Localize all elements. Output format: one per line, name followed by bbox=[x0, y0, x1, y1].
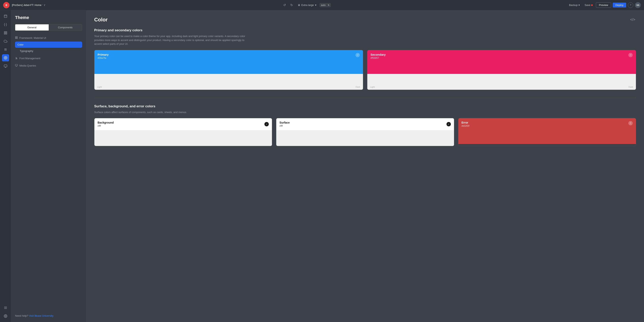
sidebar-item-functions[interactable] bbox=[2, 46, 9, 53]
sidebar-section-media: Media Queries bbox=[15, 62, 82, 69]
background-card-bottom bbox=[94, 130, 272, 146]
font-management-header[interactable]: Font Management bbox=[15, 55, 82, 62]
sidebar-item-layers[interactable] bbox=[2, 304, 9, 311]
sidebar-item-pages[interactable] bbox=[2, 13, 9, 20]
section-divider bbox=[94, 98, 636, 98]
sidebar-section-framework: Framework: Material UI Color Typography bbox=[15, 35, 82, 54]
icon-bar: {·} bbox=[0, 10, 11, 322]
nav-item-typography[interactable]: Typography bbox=[15, 48, 82, 54]
sidebar-item-layout[interactable] bbox=[2, 29, 9, 37]
sidebar-item-responsive[interactable] bbox=[2, 63, 9, 70]
background-card-top: Background #fff ✓ bbox=[94, 118, 272, 130]
help-link[interactable]: Visit 8base University bbox=[29, 314, 54, 317]
svg-rect-3 bbox=[4, 33, 5, 34]
code-toggle-button[interactable]: </> bbox=[629, 17, 636, 23]
auto-value: auto bbox=[321, 4, 326, 7]
auto-input[interactable]: auto ⇅ bbox=[320, 3, 331, 7]
help-text: Need help? bbox=[15, 314, 28, 317]
preview-button[interactable]: Preview bbox=[596, 2, 611, 8]
error-color-card[interactable]: Error #d32f2f ! bbox=[458, 118, 636, 146]
main-layout: {·} Theme General Components bbox=[0, 10, 644, 322]
media-queries-header[interactable]: Media Queries bbox=[15, 62, 82, 69]
redo-button[interactable]: ↻ bbox=[289, 2, 294, 8]
project-name: [ProServ] Jebel-FT: Home bbox=[12, 4, 42, 7]
svg-point-7 bbox=[5, 57, 6, 58]
content-header: Color </> bbox=[94, 17, 636, 23]
svg-rect-17 bbox=[15, 64, 18, 66]
framework-grid-icon bbox=[15, 36, 18, 40]
topbar: 8 [ProServ] Jebel-FT: Home ^ / ↺ ↻ 🖥 Ext… bbox=[0, 0, 644, 10]
deploy-button[interactable]: Deploy bbox=[613, 3, 626, 8]
primary-card-bottom: Light Dark bbox=[94, 74, 363, 90]
sidebar-item-settings[interactable] bbox=[2, 312, 9, 320]
nav-item-color[interactable]: Color bbox=[15, 42, 82, 48]
device-label: Extra large bbox=[302, 4, 314, 7]
color-item-label: Color bbox=[18, 43, 24, 46]
chevron-down-icon: ▾ bbox=[315, 4, 316, 7]
primary-card-name: Primary bbox=[98, 53, 109, 56]
svg-rect-8 bbox=[4, 65, 7, 67]
surface-card-check-icon: ✓ bbox=[446, 122, 451, 126]
sidebar-item-components[interactable]: {·} bbox=[2, 21, 9, 28]
undo-button[interactable]: ↺ bbox=[282, 2, 287, 8]
page-title: Color bbox=[94, 17, 108, 23]
components-icon: {·} bbox=[4, 23, 7, 26]
media-queries-label: Media Queries bbox=[20, 64, 36, 67]
secondary-card-hex: #f50057 bbox=[370, 57, 386, 59]
background-color-card[interactable]: Background #fff ✓ bbox=[94, 118, 272, 146]
primary-card-check-icon: ✓ bbox=[356, 53, 360, 57]
surface-card-info: Surface #fff bbox=[280, 121, 290, 127]
primary-color-card[interactable]: Primary #09a7fa ✓ Light Dark bbox=[94, 50, 363, 90]
tab-general[interactable]: General bbox=[15, 24, 49, 31]
framework-label: Framework: Material UI bbox=[20, 37, 46, 40]
tab-components[interactable]: Components bbox=[49, 24, 82, 31]
backup-label: Backup bbox=[569, 4, 578, 7]
secondary-dark-label: Dark bbox=[502, 86, 633, 88]
color-cards-row: Primary #09a7fa ✓ Light Dark Secondary bbox=[94, 50, 636, 90]
error-card-name: Error bbox=[462, 121, 470, 124]
sidebar-footer: Need help? Visit 8base University bbox=[15, 314, 82, 317]
surface-card-top: Surface #fff ✓ bbox=[276, 118, 454, 130]
topbar-center: ↺ ↻ 🖥 Extra large ▾ auto ⇅ bbox=[47, 2, 565, 8]
svg-rect-4 bbox=[6, 33, 7, 34]
svg-point-6 bbox=[4, 57, 7, 59]
secondary-card-bottom: Light Dark bbox=[367, 74, 636, 90]
sidebar-section-font: Font Management bbox=[15, 55, 82, 62]
error-card-hex: #d32f2f bbox=[462, 125, 470, 127]
primary-card-info: Primary #09a7fa bbox=[98, 53, 109, 59]
secondary-color-card[interactable]: Secondary #f50057 ✓ Light Dark bbox=[367, 50, 636, 90]
backup-button[interactable]: Backup ▾ bbox=[568, 3, 581, 7]
background-card-info: Background #fff bbox=[98, 121, 114, 127]
media-icon bbox=[15, 64, 18, 67]
sidebar-item-theme[interactable] bbox=[2, 54, 9, 61]
error-card-info: Error #d32f2f bbox=[462, 121, 470, 127]
user-avatar: SS bbox=[635, 2, 641, 8]
framework-header[interactable]: Framework: Material UI bbox=[15, 35, 82, 41]
svg-point-12 bbox=[5, 316, 6, 317]
svg-rect-14 bbox=[16, 37, 18, 38]
primary-light-label: Light bbox=[97, 86, 228, 88]
save-button[interactable]: Save bbox=[583, 3, 594, 7]
app-logo: 8 bbox=[3, 2, 10, 8]
topbar-title: [ProServ] Jebel-FT: Home ^ / bbox=[12, 4, 45, 7]
secondary-color-swatch: Secondary #f50057 ✓ bbox=[367, 50, 636, 74]
sidebar-item-cloud[interactable] bbox=[2, 38, 9, 45]
device-selector-button[interactable]: 🖥 Extra large ▾ bbox=[296, 3, 318, 7]
surface-section-desc: Surface colors affect surfaces of compon… bbox=[94, 110, 248, 114]
save-label: Save bbox=[585, 4, 590, 7]
surface-color-card[interactable]: Surface #fff ✓ bbox=[276, 118, 454, 146]
primary-secondary-section: Primary and secondary colors Your primar… bbox=[94, 28, 636, 90]
sidebar: Theme General Components Framework: Mate… bbox=[11, 10, 86, 322]
help-button[interactable]: ? bbox=[628, 2, 633, 8]
background-card-check-icon: ✓ bbox=[264, 122, 269, 126]
error-card-warn-icon: ! bbox=[628, 121, 633, 125]
surface-card-bottom bbox=[276, 130, 454, 146]
surface-cards-row: Background #fff ✓ Surface #fff ✓ bbox=[94, 118, 636, 146]
surface-card-name: Surface bbox=[280, 121, 290, 124]
font-management-label: Font Management bbox=[20, 57, 40, 60]
primary-section-title: Primary and secondary colors bbox=[94, 28, 636, 32]
svg-rect-15 bbox=[16, 38, 16, 39]
surface-card-hex: #fff bbox=[280, 125, 290, 127]
secondary-card-name: Secondary bbox=[370, 53, 386, 56]
svg-point-5 bbox=[5, 49, 5, 49]
